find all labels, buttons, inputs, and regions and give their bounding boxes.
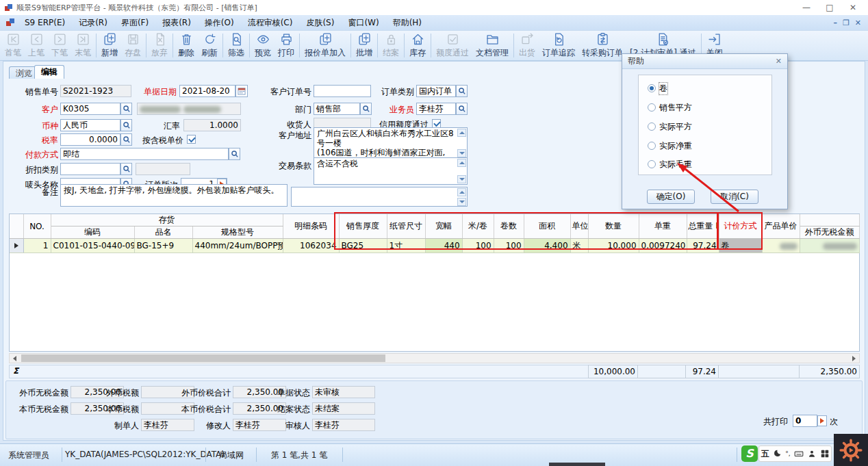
department-field[interactable]: 销售部 <box>314 103 360 115</box>
menu-skin[interactable]: 皮肤(S) <box>299 16 341 30</box>
refresh-button[interactable]: 刷新 <box>198 31 221 60</box>
tax-rate-lookup-icon[interactable] <box>120 133 132 146</box>
close-icon[interactable]: ✕ <box>842 1 864 14</box>
add-button[interactable]: 新增 <box>98 31 121 60</box>
extra-notes-scroll-up-icon[interactable] <box>457 188 466 196</box>
radio-option-sales-sqm[interactable]: 销售平方 <box>648 103 692 112</box>
tax-rate-field[interactable]: 0.0000 <box>60 133 120 146</box>
menu-help[interactable]: 帮助(H) <box>386 16 429 30</box>
punctuation-toggle-icon[interactable]: °, <box>785 450 790 457</box>
delete-button[interactable]: 删除 <box>175 31 198 60</box>
extra-notes-scroll-down-icon[interactable] <box>457 198 466 206</box>
app-tray-logo[interactable] <box>834 434 868 466</box>
col-area-header[interactable]: 面积 <box>524 214 570 239</box>
currency-field[interactable]: 人民币 <box>60 119 120 131</box>
person-icon[interactable] <box>807 449 817 458</box>
remark-field[interactable]: 按J, 天地盒, 打井字带, 外包缠绕膜。外包装加贴客户唛头。 <box>60 184 288 207</box>
salesman-lookup-icon[interactable] <box>456 103 468 115</box>
scrollbar-thumb[interactable] <box>21 354 385 362</box>
discount-type-field[interactable] <box>60 163 120 175</box>
mdi-close-icon[interactable]: ✕ <box>855 18 861 27</box>
quote-add-button[interactable]: 报价单加入 <box>301 31 349 60</box>
col-roll-count-header[interactable]: 卷数 <box>494 214 524 239</box>
print-button[interactable]: 打印 <box>275 31 298 60</box>
grid-horizontal-scrollbar[interactable] <box>9 353 860 363</box>
help-dialog-titlebar[interactable]: 帮助 ✕ <box>622 54 787 69</box>
trade-terms-field[interactable]: 含运不含税 <box>314 157 468 185</box>
col-unit-weight-header[interactable]: 单重 <box>639 214 687 239</box>
discount-type-lookup-icon[interactable] <box>120 163 132 175</box>
maximize-icon[interactable]: □ <box>819 1 841 14</box>
payment-lookup-icon[interactable] <box>229 148 240 160</box>
col-name-header[interactable]: 品名 <box>134 226 192 239</box>
department-lookup-icon[interactable] <box>360 103 372 115</box>
radio-option-actual-gross-weight[interactable]: 实际毛重 <box>648 159 692 169</box>
filter-button[interactable]: 筛选 <box>225 31 248 60</box>
table-row[interactable]: 1 C0101-015-0440-09 BG-15+9 440mm/24um/B… <box>10 239 859 253</box>
ok-button[interactable]: 确定(O) <box>647 190 695 204</box>
order-type-lookup-icon[interactable] <box>456 85 468 97</box>
scroll-right-icon[interactable] <box>849 354 859 363</box>
batch-add-button[interactable]: 批增 <box>353 31 376 60</box>
doc-date-field[interactable]: 2021-08-20 <box>179 85 235 97</box>
scroll-left-icon[interactable] <box>10 354 20 363</box>
payment-field[interactable]: 即结 <box>60 148 229 160</box>
cell-pricing-mode[interactable]: 卷 <box>719 239 762 253</box>
col-unit-price-header[interactable]: 产品单价 <box>762 214 800 239</box>
order-type-field[interactable]: 国内订单 <box>416 85 456 97</box>
col-unit-header[interactable]: 单位 <box>570 214 588 239</box>
trade-terms-scroll-down-icon[interactable] <box>457 175 466 183</box>
customer-po-field[interactable] <box>314 85 371 97</box>
customer-address-field[interactable]: 广州白云区人和镇白米布秀水工业区8号一楼 (106国道，时利和海鲜酒家正对面, … <box>314 127 468 159</box>
sogou-ime-icon[interactable]: S <box>741 445 758 462</box>
radio-option-actual-net-weight[interactable]: 实际净重 <box>648 141 692 151</box>
menu-window[interactable]: 窗口(W) <box>341 16 385 30</box>
col-barcode-header[interactable]: 明细条码 <box>283 214 339 239</box>
ime-mode-toggle[interactable]: 五 <box>761 448 769 460</box>
mdi-minimize-icon[interactable]: – <box>833 18 837 27</box>
inventory-button[interactable]: 库存 <box>406 31 429 60</box>
col-qty-header[interactable]: 数量 <box>588 214 639 239</box>
radio-option-roll[interactable]: 卷 <box>648 83 667 93</box>
tab-edit[interactable]: 编辑 <box>34 65 64 79</box>
customer-field[interactable]: K0305 <box>60 103 120 115</box>
address-scroll-down-icon[interactable] <box>457 149 466 157</box>
extra-notes-field[interactable] <box>291 187 468 207</box>
help-dialog-close-icon[interactable]: ✕ <box>776 57 782 66</box>
col-spec-header[interactable]: 规格型号 <box>192 226 283 239</box>
customer-lookup-icon[interactable] <box>120 103 132 115</box>
cancel-button[interactable]: 取消(C) <box>711 190 758 204</box>
menu-report[interactable]: 报表(R) <box>155 16 198 30</box>
menu-interface[interactable]: 界面(F) <box>114 16 155 30</box>
radio-option-actual-sqm[interactable]: 实际平方 <box>648 122 692 131</box>
toolbox-grid-icon[interactable] <box>820 449 830 458</box>
col-fc-amount-header[interactable]: 外币无税金额 <box>800 226 859 239</box>
col-thickness-header[interactable]: 销售厚度 <box>339 214 387 239</box>
currency-lookup-icon[interactable] <box>120 119 132 131</box>
col-meters-per-roll-header[interactable]: 米/卷 <box>462 214 494 239</box>
moon-icon[interactable] <box>772 449 782 458</box>
keyboard-icon[interactable] <box>794 449 804 458</box>
salesman-field[interactable]: 李桂芬 <box>416 103 456 115</box>
trade-terms-scroll-up-icon[interactable] <box>457 159 466 167</box>
menu-s9erp[interactable]: S9 ERP(E) <box>18 16 72 29</box>
order-track-button[interactable]: 订单追踪 <box>539 31 578 60</box>
minimize-icon[interactable]: — <box>795 1 817 14</box>
sales-no-field[interactable]: S2021-1923 <box>60 85 131 97</box>
col-code-header[interactable]: 编码 <box>51 226 134 239</box>
preview-button[interactable]: 预览 <box>251 31 275 60</box>
col-tube-size-header[interactable]: 纸管尺寸 <box>387 214 425 239</box>
col-width-header[interactable]: 宽幅 <box>425 214 462 239</box>
menu-workflow[interactable]: 流程审核(C) <box>241 16 300 30</box>
menu-operation[interactable]: 操作(O) <box>198 16 241 30</box>
print-count-spinner-icon[interactable] <box>817 415 827 426</box>
col-pricing-mode-header[interactable]: 计价方式 <box>719 214 762 239</box>
mdi-restore-icon[interactable]: ❐ <box>843 18 850 27</box>
col-no-header[interactable]: NO. <box>23 214 51 239</box>
calendar-icon[interactable] <box>235 85 248 97</box>
doc-manage-button[interactable]: 文档管理 <box>472 31 512 60</box>
menu-record[interactable]: 记录(R) <box>72 16 114 30</box>
print-count-field[interactable]: 0 <box>793 415 817 427</box>
to-purchase-order-button[interactable]: 转采购订单 <box>578 31 626 60</box>
tax-included-checkbox[interactable] <box>187 135 196 144</box>
